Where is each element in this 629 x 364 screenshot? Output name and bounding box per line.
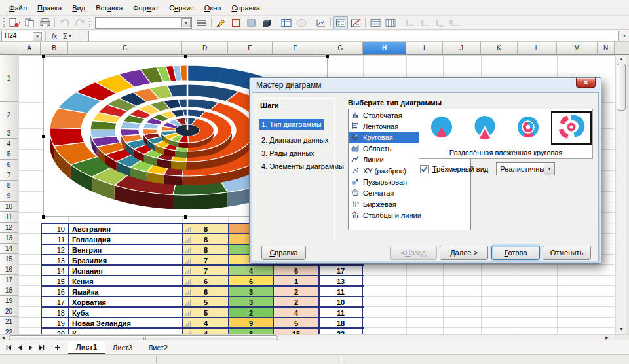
sheet-tab-Лист2[interactable]: Лист2	[140, 341, 176, 354]
add-sheet-icon[interactable]	[51, 342, 64, 353]
back-button[interactable]: < Назад	[390, 246, 437, 260]
vertical-grid-icon[interactable]	[383, 16, 398, 29]
sheet-nav-prev-icon[interactable]	[14, 342, 25, 353]
selection-handle[interactable]	[326, 55, 329, 58]
scroll-right-icon[interactable]: ▶	[605, 335, 609, 340]
row-header-3[interactable]: 3	[0, 128, 18, 139]
row-header-21[interactable]: 21	[0, 317, 18, 327]
sheet-nav-first-icon[interactable]	[3, 342, 14, 353]
area-style-icon[interactable]	[244, 16, 259, 29]
row-header-14[interactable]: 14	[0, 244, 18, 254]
x-axis-title-icon[interactable]	[432, 16, 448, 29]
name-box[interactable]: H24 ▼	[1, 31, 43, 41]
selection-handle[interactable]	[42, 55, 45, 58]
chart-type-bubble[interactable]: Пузырьковая	[349, 176, 470, 187]
format-selection-icon[interactable]	[214, 16, 229, 29]
menu-Файл[interactable]: Файл	[4, 1, 32, 14]
subtype-pie-exploded[interactable]	[465, 111, 505, 145]
wizard-step-2[interactable]: 2. Диапазон данных	[259, 135, 331, 145]
undo-icon[interactable]	[57, 16, 72, 29]
column-header-C[interactable]: C	[68, 42, 182, 55]
horizontal-scroll-thumb[interactable]	[9, 335, 278, 340]
sheet-tab-Лист3[interactable]: Лист3	[105, 341, 140, 354]
selection-handle[interactable]	[42, 135, 45, 138]
equals-button[interactable]: =	[74, 31, 87, 41]
row-header-22[interactable]: 22	[0, 327, 18, 334]
vertical-scrollbar[interactable]: ▲ ▼	[615, 55, 626, 334]
row-header-5[interactable]: 5	[0, 149, 18, 160]
wizard-step-1[interactable]: 1. Тип диаграммы	[259, 119, 324, 130]
selection-handle[interactable]	[184, 215, 187, 219]
column-header-M[interactable]: M	[557, 42, 598, 55]
selection-handle[interactable]	[184, 55, 187, 58]
chart-type-stock[interactable]: Биржевая	[349, 198, 470, 209]
sheet-nav-last-icon[interactable]	[36, 342, 47, 353]
column-header-E[interactable]: E	[228, 42, 273, 55]
subtype-donut[interactable]	[508, 111, 548, 145]
cell-country[interactable]: К	[68, 329, 182, 334]
column-header-H[interactable]: H	[363, 42, 406, 55]
column-header-N[interactable]: N	[598, 42, 615, 55]
finish-button[interactable]: Готово	[491, 246, 540, 260]
export-image-icon[interactable]	[7, 16, 22, 29]
cell-d[interactable]: 4	[182, 329, 228, 334]
sum-button[interactable]: Σ▼	[61, 31, 74, 41]
horizontal-grid-icon[interactable]	[368, 16, 383, 29]
sheet-tab-Лист1[interactable]: Лист1	[68, 341, 105, 354]
subtype-donut-exploded[interactable]	[551, 111, 592, 145]
menu-Справка[interactable]: Справка	[226, 1, 265, 14]
cell-b[interactable]: 20	[41, 329, 68, 334]
close-button[interactable]: ×	[576, 78, 596, 88]
select-all-corner[interactable]	[0, 42, 18, 55]
row-header-10[interactable]: 10	[0, 202, 18, 212]
row-header-18[interactable]: 18	[0, 285, 18, 296]
column-header-L[interactable]: L	[518, 42, 557, 55]
horizontal-scrollbar[interactable]: ◀ ▶	[0, 334, 615, 340]
row-header-6[interactable]: 6	[0, 160, 18, 170]
help-button[interactable]: Справка	[261, 246, 306, 260]
column-header-A[interactable]: A	[18, 42, 41, 55]
expand-formula-bar-icon[interactable]: ▼	[620, 34, 629, 38]
row-header-4[interactable]: 4	[0, 139, 18, 149]
next-button[interactable]: Далее >	[440, 246, 488, 260]
menu-Вид[interactable]: Вид	[67, 1, 90, 14]
toolbar-grip[interactable]	[3, 18, 5, 27]
menu-Сервис[interactable]: Сервис	[164, 1, 199, 14]
menu-Правка[interactable]: Правка	[32, 1, 67, 14]
y-axis-title-icon[interactable]	[448, 16, 463, 29]
borders-icon[interactable]	[229, 16, 244, 29]
copy-icon[interactable]	[22, 16, 37, 29]
name-box-dropdown-icon[interactable]: ▼	[33, 32, 42, 41]
data-table-icon[interactable]	[278, 16, 294, 29]
sheet-nav-next-icon[interactable]	[25, 342, 36, 353]
menu-Формат[interactable]: Формат	[128, 1, 164, 14]
row-header-19[interactable]: 19	[0, 296, 18, 306]
cell-e[interactable]: 3	[228, 329, 273, 334]
cell-g[interactable]: 22	[318, 329, 363, 334]
column-header-K[interactable]: K	[481, 42, 518, 55]
vertical-scroll-thumb[interactable]	[617, 64, 626, 111]
3d-view-icon[interactable]	[259, 16, 274, 29]
row-header-11[interactable]: 11	[0, 212, 18, 223]
chart-area-icon[interactable]	[294, 16, 309, 29]
menu-Окно[interactable]: Окно	[199, 1, 227, 14]
apply-style-combobox[interactable]: ▼	[95, 17, 192, 29]
cancel-button[interactable]: Отменить	[543, 246, 591, 260]
row-header-9[interactable]: 9	[0, 191, 18, 202]
cell-f[interactable]: 15	[273, 329, 318, 334]
subtype-pie[interactable]	[421, 111, 462, 145]
chart-type-colline[interactable]: Столбцы и линии	[349, 209, 470, 221]
row-header-8[interactable]: 8	[0, 181, 18, 191]
toolbar-grip[interactable]	[89, 18, 91, 27]
redo-icon[interactable]	[72, 16, 87, 29]
legend-icon[interactable]	[333, 16, 348, 29]
row-header-15[interactable]: 15	[0, 254, 18, 264]
row-header-17[interactable]: 17	[0, 275, 18, 285]
scroll-up-icon[interactable]: ▲	[619, 56, 624, 61]
column-header-D[interactable]: D	[182, 42, 228, 55]
combo-dropdown-icon[interactable]: ▼	[181, 18, 191, 27]
3d-view-checkbox[interactable]	[420, 165, 429, 173]
function-wizard-button[interactable]: fx	[48, 31, 61, 41]
scroll-down-icon[interactable]: ▼	[619, 327, 624, 331]
x-axis-icon[interactable]	[402, 16, 417, 29]
